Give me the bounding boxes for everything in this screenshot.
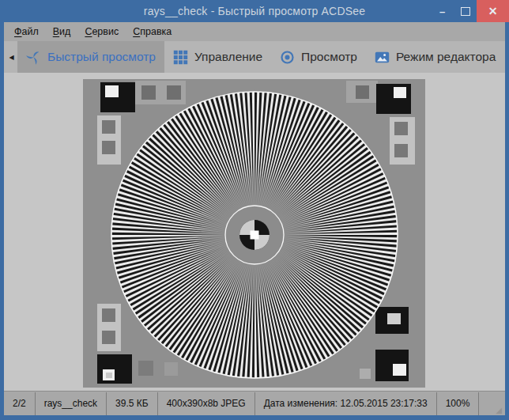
window-title: rays__check - Быстрый просмотр ACDSee: [144, 5, 365, 17]
minimize-icon: –: [439, 6, 445, 17]
quickview-flash-icon: [26, 50, 41, 65]
tab-editor-mode[interactable]: Режим редактора: [366, 41, 504, 73]
collapse-toolbar-icon[interactable]: ◀: [4, 41, 17, 73]
close-icon: ✕: [488, 5, 498, 17]
image-canvas[interactable]: [4, 73, 505, 391]
tab-label: Режим редактора: [396, 50, 496, 64]
window-controls: – ✕: [431, 0, 509, 22]
menu-item-tools[interactable]: Сервис: [85, 26, 119, 37]
tab-quick-view[interactable]: Быстрый просмотр: [17, 41, 164, 73]
app-window: rays__check - Быстрый просмотр ACDSee – …: [0, 0, 509, 420]
statusbar: 2/2rays__check39.5 КБ400x390x8b JPEGДата…: [4, 391, 505, 415]
close-button[interactable]: ✕: [477, 0, 509, 22]
menubar: ФайлВидСервисСправка: [4, 22, 505, 41]
maximize-icon: [461, 7, 470, 16]
maximize-button[interactable]: [454, 0, 477, 22]
tab-manage[interactable]: Управление: [164, 41, 271, 73]
menu-item-help[interactable]: Справка: [133, 26, 172, 37]
tab-label: Просмотр: [301, 50, 357, 64]
titlebar[interactable]: rays__check - Быстрый просмотр ACDSee – …: [0, 0, 509, 22]
status-item-1: rays__check: [36, 392, 107, 415]
status-item-2: 39.5 КБ: [107, 392, 158, 415]
window-body: ФайлВидСервисСправка ◀ Быстрый просмотрУ…: [4, 22, 505, 415]
tab-label: Быстрый просмотр: [47, 50, 156, 64]
status-item-5: 100%: [437, 392, 480, 415]
grid-icon: [173, 50, 188, 65]
mode-toolbar: ◀ Быстрый просмотрУправлениеПросмотрРежи…: [4, 41, 505, 73]
status-item-0: 2/2: [9, 392, 36, 415]
menu-item-view[interactable]: Вид: [53, 26, 71, 37]
tab-view[interactable]: Просмотр: [271, 41, 366, 73]
minimize-button[interactable]: –: [431, 0, 454, 22]
resize-grip[interactable]: ◢: [496, 406, 502, 414]
mode-tabs: Быстрый просмотрУправлениеПросмотрРежим …: [17, 41, 504, 73]
image-icon: [375, 50, 390, 65]
status-item-4: Дата изменения: 12.05.2015 23:17:33: [255, 392, 437, 415]
menu-item-file[interactable]: Файл: [14, 26, 39, 37]
eye-icon: [280, 50, 295, 65]
test-chart-image: [83, 79, 425, 388]
status-item-3: 400x390x8b JPEG: [158, 392, 255, 415]
tab-label: Управление: [194, 50, 262, 64]
